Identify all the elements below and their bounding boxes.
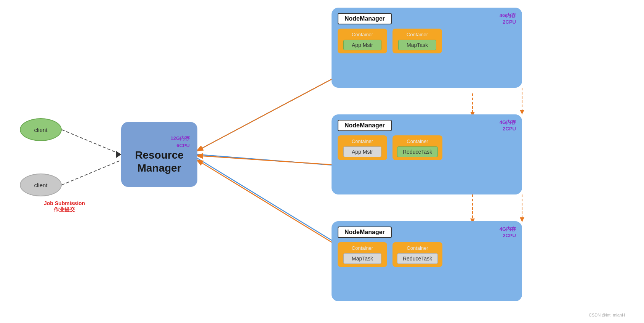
job-submission-label: Job Submission 作业提交 bbox=[44, 200, 85, 213]
svg-line-0 bbox=[62, 130, 121, 154]
svg-marker-16 bbox=[520, 110, 524, 114]
nm3-container2: Container ReduceTask bbox=[392, 242, 442, 267]
nm1-label: NodeManager bbox=[338, 13, 392, 24]
nm2-label: NodeManager bbox=[338, 120, 392, 131]
svg-marker-2 bbox=[116, 151, 121, 158]
node-manager-1: NodeManager 4G内存2CPU Container App Mstr … bbox=[332, 8, 522, 88]
nm1-container1: Container App Mstr bbox=[338, 29, 387, 53]
nm3-resource: 4G内存2CPU bbox=[500, 226, 516, 238]
nm2-appmstr: App Mstr bbox=[343, 146, 381, 157]
nm1-appmstr: App Mstr bbox=[343, 40, 381, 50]
job-submission-line2: 作业提交 bbox=[44, 206, 85, 213]
client-green: client bbox=[20, 118, 62, 141]
rm-resource-label: 12G内存 bbox=[170, 135, 190, 141]
client-gray: client bbox=[20, 174, 62, 196]
arrows-overlay bbox=[0, 0, 644, 323]
diagram: client client Job Submission 作业提交 12G内存 … bbox=[0, 0, 644, 323]
node-manager-3: NodeManager 4G内存2CPU Container MapTask C… bbox=[332, 221, 522, 301]
nm2-container1: Container App Mstr bbox=[338, 135, 387, 160]
nm1-maptask: MapTask bbox=[398, 40, 436, 50]
nm1-container2: Container MapTask bbox=[392, 29, 442, 53]
rm-title: Resource Manager bbox=[135, 149, 184, 174]
nm2-container2: Container ReduceTask bbox=[392, 135, 442, 160]
client-green-label: client bbox=[34, 127, 47, 133]
nm3-reducetask: ReduceTask bbox=[397, 253, 438, 264]
svg-line-1 bbox=[62, 160, 121, 185]
node-manager-2: NodeManager 4G内存2CPU Container App Mstr … bbox=[332, 114, 522, 194]
client-gray-label: client bbox=[34, 182, 47, 188]
nm2-reducetask: ReduceTask bbox=[397, 146, 438, 157]
nm3-label: NodeManager bbox=[338, 227, 392, 238]
nm2-resource: 4G内存2CPU bbox=[500, 119, 516, 132]
resource-manager-box: 12G内存 6CPU Resource Manager bbox=[121, 122, 197, 187]
watermark: CSDN @int_mianH bbox=[589, 313, 625, 317]
rm-cpu-label: 6CPU bbox=[176, 143, 190, 148]
job-submission-line1: Job Submission bbox=[44, 200, 85, 206]
nm3-container1: Container MapTask bbox=[338, 242, 387, 267]
svg-marker-18 bbox=[520, 217, 524, 222]
nm3-maptask: MapTask bbox=[343, 253, 381, 264]
nm1-resource: 4G内存2CPU bbox=[500, 12, 516, 25]
